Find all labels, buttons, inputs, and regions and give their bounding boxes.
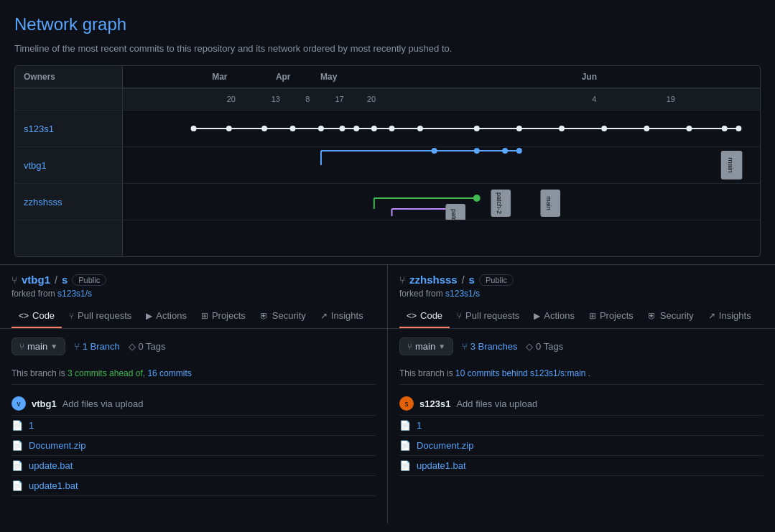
- forked-from-link-vtbg1[interactable]: s123s1/s: [57, 289, 92, 299]
- file-row-2-vtbg1[interactable]: 📄 Document.zip: [11, 436, 376, 456]
- tab-insights-label-zzhshsss: Insights: [719, 310, 751, 321]
- tab-projects-label-vtbg1: Projects: [212, 310, 246, 321]
- file-icon-zzhshsss-2: 📄: [399, 440, 411, 451]
- file-row-1-vtbg1[interactable]: 📄 1: [11, 416, 376, 436]
- svg-point-2: [226, 126, 232, 131]
- ahead-count-vtbg1: 3 commits ahead of: [68, 368, 143, 378]
- svg-point-29: [473, 195, 481, 202]
- branch-chevron-zzhshsss: ▼: [438, 342, 445, 350]
- timeline-svg-s123s1: [123, 111, 760, 146]
- branch-bar-vtbg1: ⑂ main ▼ ⑂ 1 Branch ◇ 0 Tags: [11, 337, 376, 355]
- branch-selector-vtbg1[interactable]: ⑂ main ▼: [11, 337, 65, 355]
- svg-text:patch-2: patch-2: [496, 192, 503, 214]
- date-20-mar: 20: [227, 95, 236, 103]
- tab-insights-vtbg1[interactable]: ↗ Insights: [313, 304, 371, 328]
- tab-code-vtbg1[interactable]: <> Code: [11, 304, 62, 328]
- tab-insights-zzhshsss[interactable]: ↗ Insights: [701, 304, 758, 328]
- svg-point-14: [601, 126, 607, 131]
- file-icon-zzhshsss-1: 📄: [399, 420, 411, 431]
- repo-owner-zzhshsss: zzhshsss: [409, 274, 458, 286]
- network-graph-section: Network graph Timeline of the most recen…: [0, 0, 775, 265]
- panel-vtbg1: ⑂ vtbg1 / s Public forked from s123s1/s …: [0, 265, 388, 523]
- tab-pr-zzhshsss[interactable]: ⑂ Pull requests: [450, 304, 526, 328]
- insights-icon-zzhshsss: ↗: [708, 311, 715, 321]
- tab-pullrequests-vtbg1[interactable]: ⑂ Pull requests: [62, 304, 139, 328]
- behind-count-vtbg1: 16 commits: [147, 368, 191, 378]
- svg-point-3: [261, 126, 267, 131]
- commit-msg-vtbg1: Add files via upload: [62, 398, 144, 409]
- repo-title-vtbg1: ⑂ vtbg1 / s Public: [11, 274, 376, 286]
- svg-point-10: [417, 126, 423, 131]
- repo-header-zzhshsss: ⑂ zzhshsss / s Public forked from s123s1…: [388, 265, 775, 329]
- commit-avatar-vtbg1: v: [11, 396, 26, 411]
- file-row-3-zzhshsss[interactable]: 📄 update1.bat: [399, 456, 764, 476]
- branch-icon-vtbg1: ⑂: [19, 342, 24, 352]
- svg-point-13: [559, 126, 565, 131]
- svg-point-1: [191, 126, 197, 131]
- network-title: Network graph: [14, 14, 761, 34]
- svg-point-22: [474, 148, 480, 154]
- file-icon-zzhshsss-3: 📄: [399, 460, 411, 471]
- file-name-zzhshsss-1: 1: [417, 420, 422, 431]
- svg-point-5: [318, 126, 324, 131]
- owner-empty: [15, 220, 123, 256]
- timeline-svg-vtbg1: main: [123, 147, 760, 183]
- svg-text:patch-1: patch-1: [450, 209, 458, 220]
- security-icon-zzhshsss: ⛨: [648, 311, 656, 321]
- month-mar: Mar: [212, 72, 227, 82]
- pr-icon-zzhshsss: ⑂: [457, 311, 462, 321]
- panel-zzhshsss: ⑂ zzhshsss / s Public forked from s123s1…: [388, 265, 775, 523]
- forked-from-zzhshsss: forked from s123s1/s: [399, 289, 764, 299]
- tab-projects-zzhshsss[interactable]: ⊞ Projects: [582, 304, 641, 328]
- tab-actions-zzhshsss[interactable]: ▶ Actions: [526, 304, 582, 328]
- branches-count-vtbg1[interactable]: ⑂ 1 Branch: [74, 341, 120, 352]
- svg-point-21: [432, 148, 437, 154]
- file-row-4-vtbg1[interactable]: 📄 update1.bat: [11, 476, 376, 496]
- file-row-1-zzhshsss[interactable]: 📄 1: [399, 416, 764, 436]
- forked-from-link-zzhshsss[interactable]: s123s1/s: [445, 289, 480, 299]
- month-may: May: [320, 72, 337, 82]
- projects-icon-zzhshsss: ⊞: [589, 311, 596, 321]
- tab-security-vtbg1[interactable]: ⛨ Security: [253, 304, 313, 328]
- file-row-2-zzhshsss[interactable]: 📄 Document.zip: [399, 436, 764, 456]
- branches-count-zzhshsss[interactable]: ⑂ 3 Branches: [462, 341, 517, 352]
- commit-row-vtbg1: v vtbg1 Add files via upload: [11, 392, 376, 416]
- tab-security-zzhshsss[interactable]: ⛨ Security: [641, 304, 701, 328]
- behind-count-zzhshsss: 10 commits behind: [455, 368, 528, 378]
- branch-name-vtbg1: main: [27, 341, 47, 352]
- timeline-zzhshsss: main patch-2 patch-1: [123, 184, 760, 220]
- svg-point-8: [371, 126, 377, 131]
- svg-point-4: [290, 126, 296, 131]
- svg-point-15: [644, 126, 649, 131]
- security-icon-vtbg1: ⛨: [260, 311, 269, 321]
- repo-content-vtbg1: ⑂ main ▼ ⑂ 1 Branch ◇ 0 Tags This branch…: [0, 329, 387, 505]
- visibility-badge-vtbg1: Public: [72, 274, 106, 286]
- tab-actions-label-zzhshsss: Actions: [544, 310, 575, 321]
- tab-actions-vtbg1[interactable]: ▶ Actions: [139, 304, 194, 328]
- tags-count-zzhshsss[interactable]: ◇ 0 Tags: [526, 341, 563, 352]
- commit-row-zzhshsss: s s123s1 Add files via upload: [399, 392, 764, 416]
- svg-point-18: [735, 126, 741, 131]
- tab-actions-label-vtbg1: Actions: [156, 310, 187, 321]
- tag-icon-vtbg1: ◇: [129, 341, 136, 352]
- code-icon-vtbg1: <>: [19, 311, 29, 321]
- month-jun: Jun: [582, 72, 597, 82]
- timeline-header: Mar Apr May Jun: [123, 66, 760, 88]
- file-row-3-vtbg1[interactable]: 📄 update.bat: [11, 456, 376, 476]
- file-icon-vtbg1-3: 📄: [11, 460, 23, 471]
- file-icon-vtbg1-2: 📄: [11, 440, 23, 451]
- graph-row-vtbg1: vtbg1 main: [15, 146, 760, 183]
- tab-projects-vtbg1[interactable]: ⊞ Projects: [194, 304, 253, 328]
- tab-code-zzhshsss[interactable]: <> Code: [399, 304, 450, 328]
- repo-owner-vtbg1: vtbg1: [22, 274, 50, 286]
- svg-point-6: [340, 126, 345, 131]
- code-icon-zzhshsss: <>: [407, 311, 417, 321]
- graph-row-empty: [15, 220, 760, 256]
- tags-count-vtbg1[interactable]: ◇ 0 Tags: [129, 341, 166, 352]
- branch-selector-zzhshsss[interactable]: ⑂ main ▼: [399, 337, 453, 355]
- nav-tabs-vtbg1: <> Code ⑂ Pull requests ▶ Actions ⊞ Proj…: [11, 304, 376, 328]
- file-name-vtbg1-3: update.bat: [29, 460, 73, 471]
- repo-name-vtbg1: s: [62, 274, 68, 286]
- repo-name-zzhshsss: s: [469, 274, 475, 286]
- forked-from-vtbg1: forked from s123s1/s: [11, 289, 376, 299]
